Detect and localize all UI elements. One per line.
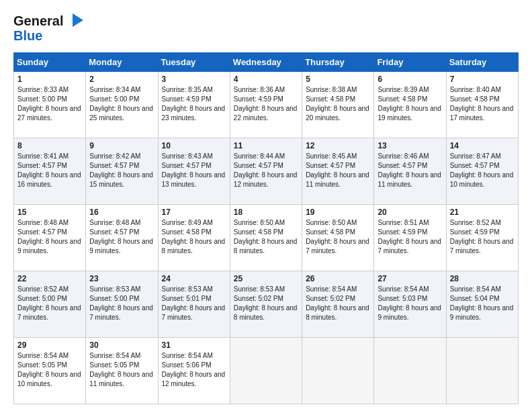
day-info: Sunrise: 8:54 AMSunset: 5:03 PMDaylight:… — [378, 285, 442, 322]
calendar-cell: 7Sunrise: 8:40 AMSunset: 4:58 PMDaylight… — [446, 72, 518, 138]
day-info: Sunrise: 8:45 AMSunset: 4:57 PMDaylight:… — [306, 152, 370, 189]
day-number: 28 — [450, 274, 515, 283]
day-number: 13 — [378, 141, 442, 150]
day-info: Sunrise: 8:53 AMSunset: 5:00 PMDaylight:… — [89, 285, 154, 322]
calendar-cell: 16Sunrise: 8:48 AMSunset: 4:57 PMDayligh… — [86, 205, 158, 271]
calendar-cell: 24Sunrise: 8:53 AMSunset: 5:01 PMDayligh… — [158, 271, 230, 338]
page: General Blue SundayMondayTuesdayWednesda… — [0, 0, 532, 411]
day-number: 31 — [162, 340, 226, 350]
calendar-cell: 25Sunrise: 8:53 AMSunset: 5:02 PMDayligh… — [230, 271, 302, 338]
day-number: 2 — [89, 75, 154, 84]
day-info: Sunrise: 8:52 AMSunset: 5:00 PMDaylight:… — [17, 285, 82, 322]
day-number: 30 — [89, 340, 154, 350]
day-number: 10 — [162, 141, 226, 150]
day-number: 11 — [234, 141, 298, 150]
logo: General Blue — [13, 11, 94, 46]
day-info: Sunrise: 8:47 AMSunset: 4:57 PMDaylight:… — [450, 152, 515, 189]
day-number: 27 — [378, 274, 442, 283]
day-number: 3 — [162, 75, 226, 84]
calendar-cell: 22Sunrise: 8:52 AMSunset: 5:00 PMDayligh… — [14, 271, 86, 338]
calendar-week-row: 29Sunrise: 8:54 AMSunset: 5:05 PMDayligh… — [14, 338, 519, 404]
day-number: 21 — [450, 208, 515, 217]
calendar-cell: 28Sunrise: 8:54 AMSunset: 5:04 PMDayligh… — [446, 271, 518, 338]
day-info: Sunrise: 8:46 AMSunset: 4:57 PMDaylight:… — [378, 152, 442, 189]
day-info: Sunrise: 8:54 AMSunset: 5:05 PMDaylight:… — [17, 351, 82, 389]
day-number: 20 — [378, 208, 442, 217]
calendar-cell: 31Sunrise: 8:54 AMSunset: 5:06 PMDayligh… — [158, 338, 230, 404]
calendar-cell: 14Sunrise: 8:47 AMSunset: 4:57 PMDayligh… — [446, 138, 518, 205]
calendar-cell — [230, 338, 302, 404]
day-info: Sunrise: 8:54 AMSunset: 5:04 PMDaylight:… — [450, 285, 515, 322]
svg-marker-1 — [73, 13, 83, 27]
calendar-week-row: 22Sunrise: 8:52 AMSunset: 5:00 PMDayligh… — [14, 271, 519, 338]
day-header-monday: Monday — [86, 53, 158, 72]
day-number: 23 — [89, 274, 154, 283]
calendar-cell: 29Sunrise: 8:54 AMSunset: 5:05 PMDayligh… — [14, 338, 86, 404]
calendar-cell: 1Sunrise: 8:33 AMSunset: 5:00 PMDaylight… — [14, 72, 86, 138]
day-number: 16 — [89, 208, 154, 217]
day-number: 14 — [450, 141, 515, 150]
day-info: Sunrise: 8:49 AMSunset: 4:58 PMDaylight:… — [162, 218, 226, 256]
calendar-cell: 4Sunrise: 8:36 AMSunset: 4:59 PMDaylight… — [230, 72, 302, 138]
day-number: 1 — [17, 75, 82, 84]
calendar-table: SundayMondayTuesdayWednesdayThursdayFrid… — [13, 52, 519, 404]
day-info: Sunrise: 8:53 AMSunset: 5:02 PMDaylight:… — [234, 285, 298, 322]
day-info: Sunrise: 8:48 AMSunset: 4:57 PMDaylight:… — [89, 218, 154, 256]
day-info: Sunrise: 8:53 AMSunset: 5:01 PMDaylight:… — [162, 285, 226, 322]
day-info: Sunrise: 8:43 AMSunset: 4:57 PMDaylight:… — [162, 152, 226, 189]
day-info: Sunrise: 8:51 AMSunset: 4:59 PMDaylight:… — [378, 218, 442, 256]
day-number: 18 — [234, 208, 298, 217]
calendar-week-row: 8Sunrise: 8:41 AMSunset: 4:57 PMDaylight… — [14, 138, 519, 205]
calendar-cell: 9Sunrise: 8:42 AMSunset: 4:57 PMDaylight… — [86, 138, 158, 205]
day-info: Sunrise: 8:42 AMSunset: 4:57 PMDaylight:… — [89, 152, 154, 189]
day-info: Sunrise: 8:33 AMSunset: 5:00 PMDaylight:… — [17, 85, 82, 123]
day-number: 24 — [162, 274, 226, 283]
day-info: Sunrise: 8:50 AMSunset: 4:58 PMDaylight:… — [234, 218, 298, 256]
day-info: Sunrise: 8:35 AMSunset: 4:59 PMDaylight:… — [162, 85, 226, 123]
calendar-week-row: 15Sunrise: 8:48 AMSunset: 4:57 PMDayligh… — [14, 205, 519, 271]
day-number: 25 — [234, 274, 298, 283]
day-header-friday: Friday — [374, 53, 446, 72]
calendar-cell — [374, 338, 446, 404]
day-number: 12 — [306, 141, 370, 150]
day-info: Sunrise: 8:39 AMSunset: 4:58 PMDaylight:… — [378, 85, 442, 123]
calendar-cell: 15Sunrise: 8:48 AMSunset: 4:57 PMDayligh… — [14, 205, 86, 271]
day-info: Sunrise: 8:50 AMSunset: 4:58 PMDaylight:… — [306, 218, 370, 256]
day-number: 5 — [306, 75, 370, 84]
day-number: 8 — [17, 141, 82, 150]
calendar-cell: 19Sunrise: 8:50 AMSunset: 4:58 PMDayligh… — [302, 205, 374, 271]
calendar-cell: 18Sunrise: 8:50 AMSunset: 4:58 PMDayligh… — [230, 205, 302, 271]
calendar-cell: 3Sunrise: 8:35 AMSunset: 4:59 PMDaylight… — [158, 72, 230, 138]
header: General Blue — [13, 11, 519, 46]
calendar-cell: 8Sunrise: 8:41 AMSunset: 4:57 PMDaylight… — [14, 138, 86, 205]
day-header-tuesday: Tuesday — [158, 53, 230, 72]
day-number: 22 — [17, 274, 82, 283]
calendar-header-row: SundayMondayTuesdayWednesdayThursdayFrid… — [14, 53, 519, 72]
day-number: 29 — [17, 340, 82, 350]
calendar-cell — [446, 338, 518, 404]
calendar-cell: 30Sunrise: 8:54 AMSunset: 5:05 PMDayligh… — [86, 338, 158, 404]
day-info: Sunrise: 8:40 AMSunset: 4:58 PMDaylight:… — [450, 85, 515, 123]
calendar-cell: 10Sunrise: 8:43 AMSunset: 4:57 PMDayligh… — [158, 138, 230, 205]
calendar-cell: 2Sunrise: 8:34 AMSunset: 5:00 PMDaylight… — [86, 72, 158, 138]
day-info: Sunrise: 8:44 AMSunset: 4:57 PMDaylight:… — [234, 152, 298, 189]
day-info: Sunrise: 8:52 AMSunset: 4:59 PMDaylight:… — [450, 218, 515, 256]
day-number: 19 — [306, 208, 370, 217]
calendar-cell: 17Sunrise: 8:49 AMSunset: 4:58 PMDayligh… — [158, 205, 230, 271]
svg-text:Blue: Blue — [13, 28, 42, 43]
calendar-cell: 20Sunrise: 8:51 AMSunset: 4:59 PMDayligh… — [374, 205, 446, 271]
day-header-saturday: Saturday — [446, 53, 518, 72]
day-info: Sunrise: 8:54 AMSunset: 5:02 PMDaylight:… — [306, 285, 370, 322]
day-header-sunday: Sunday — [14, 53, 86, 72]
calendar-cell: 21Sunrise: 8:52 AMSunset: 4:59 PMDayligh… — [446, 205, 518, 271]
calendar-cell: 5Sunrise: 8:38 AMSunset: 4:58 PMDaylight… — [302, 72, 374, 138]
day-info: Sunrise: 8:41 AMSunset: 4:57 PMDaylight:… — [17, 152, 82, 189]
day-number: 17 — [162, 208, 226, 217]
day-header-wednesday: Wednesday — [230, 53, 302, 72]
day-number: 15 — [17, 208, 82, 217]
calendar-cell: 13Sunrise: 8:46 AMSunset: 4:57 PMDayligh… — [374, 138, 446, 205]
calendar-cell: 12Sunrise: 8:45 AMSunset: 4:57 PMDayligh… — [302, 138, 374, 205]
day-info: Sunrise: 8:34 AMSunset: 5:00 PMDaylight:… — [89, 85, 154, 123]
calendar-cell: 26Sunrise: 8:54 AMSunset: 5:02 PMDayligh… — [302, 271, 374, 338]
logo-svg: General Blue — [13, 11, 94, 43]
